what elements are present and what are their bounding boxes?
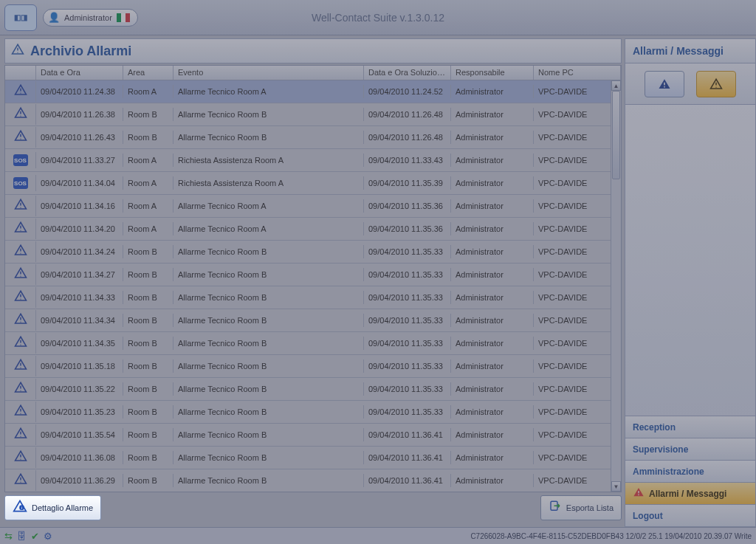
cell-pc: VPC-DAVIDE [534,222,621,235]
cell-solution: 09/04/2010 11.35.39 [364,176,451,190]
table-row[interactable]: SOS09/04/2010 11.33.27Room ARichiesta As… [5,149,621,172]
cell-solution: 09/04/2010 11.35.36 [364,222,451,235]
table-row[interactable]: 09/04/2010 11.35.23Room BAllarme Tecnico… [5,401,621,424]
row-icon [5,310,36,331]
cell-responsible: Administrator [451,474,534,487]
row-icon [5,424,36,445]
nav-reception[interactable]: Reception [625,416,756,438]
cell-event: Allarme Tecnico Room B [173,314,364,327]
cell-pc: VPC-DAVIDE [534,474,621,487]
row-icon [5,218,36,239]
table-row[interactable]: 09/04/2010 11.34.27Room BAllarme Tecnico… [5,264,621,286]
warning-icon [14,472,27,489]
alarm-detail-button[interactable]: i Dettaglio Allarme [4,495,101,520]
col-icon[interactable] [5,66,36,80]
table-row[interactable]: 09/04/2010 11.24.38Room AAllarme Tecnico… [5,80,621,103]
filter-alarms-blue-button[interactable] [645,71,684,97]
warning-icon [14,404,27,420]
warning-icon [14,358,27,374]
cell-responsible: Administrator [451,154,534,167]
table-header: Data e Ora Area Evento Data e Ora Soluzi… [5,66,621,80]
col-responsible[interactable]: Responsabile [451,66,534,80]
col-event[interactable]: Evento [173,66,364,80]
col-pcname[interactable]: Nome PC [534,66,621,80]
cell-area: Room B [123,131,173,144]
col-date[interactable]: Data e Ora [36,66,123,80]
cell-area: Room B [123,337,173,350]
table-row[interactable]: 09/04/2010 11.26.38Room BAllarme Tecnico… [5,103,621,126]
user-pill[interactable]: 👤 Administrator [43,9,138,27]
flag-italy-icon [117,13,130,22]
table-row[interactable]: SOS09/04/2010 11.34.04Room ARichiesta As… [5,172,621,195]
row-icon [5,447,36,468]
nav-amministrazione[interactable]: Amministrazione [625,461,756,483]
table-row[interactable]: 09/04/2010 11.34.20Room AAllarme Tecnico… [5,218,621,241]
table-row[interactable]: 09/04/2010 11.35.54Room BAllarme Tecnico… [5,424,621,447]
scroll-track[interactable] [611,91,621,481]
cell-pc: VPC-DAVIDE [534,428,621,441]
filter-alarms-amber-button[interactable] [696,71,736,97]
cell-event: Allarme Tecnico Room B [173,451,364,464]
status-bar: ⇆ 🗄 ✔ ⚙ C7266028-A9BC-4F4E-8115-C52DEBD0… [0,527,756,544]
table-row[interactable]: 09/04/2010 11.34.24Room BAllarme Tecnico… [5,241,621,264]
cell-pc: VPC-DAVIDE [534,108,621,121]
sidebar-alarm-filter [625,63,756,105]
cell-solution: 09/04/2010 11.35.33 [364,314,451,327]
table-body: 09/04/2010 11.24.38Room AAllarme Tecnico… [5,80,621,492]
warning-icon [14,221,27,237]
cell-area: Room B [123,428,173,441]
cell-date: 09/04/2010 11.33.27 [36,154,123,167]
cell-responsible: Administrator [451,222,534,235]
cell-pc: VPC-DAVIDE [534,382,621,396]
table-row[interactable]: 09/04/2010 11.26.43Room BAllarme Tecnico… [5,126,621,149]
cell-solution: 09/04/2010 11.26.48 [364,131,451,144]
table-row[interactable]: 09/04/2010 11.34.16Room AAllarme Tecnico… [5,195,621,218]
cell-date: 09/04/2010 11.34.34 [36,314,123,327]
cell-responsible: Administrator [451,359,534,373]
sidebar: Allarmi / Messaggi Reception Supervision… [625,38,756,527]
cell-area: Room B [123,405,173,419]
table-row[interactable]: 09/04/2010 11.35.18Room BAllarme Tecnico… [5,355,621,378]
status-text: C7266028-A9BC-4F4E-8115-C52DEBD0FB43 12/… [470,532,752,540]
cell-area: Room A [123,199,173,213]
scroll-up-button[interactable]: ▲ [611,80,621,91]
table-row[interactable]: 09/04/2010 11.34.34Room BAllarme Tecnico… [5,309,621,332]
nav-logout[interactable]: Logout [625,505,756,527]
cell-event: Richiesta Assistenza Room A [173,154,364,167]
table-row[interactable]: 09/04/2010 11.35.22Room BAllarme Tecnico… [5,378,621,401]
cell-responsible: Administrator [451,382,534,396]
cell-responsible: Administrator [451,85,534,98]
col-area[interactable]: Area [123,66,173,80]
cell-event: Allarme Tecnico Room B [173,108,364,121]
table-row[interactable]: 09/04/2010 11.34.33Room BAllarme Tecnico… [5,286,621,309]
cell-area: Room B [123,268,173,281]
row-icon: SOS [5,152,36,168]
user-name: Administrator [64,13,112,22]
cell-solution: 09/04/2010 11.33.43 [364,154,451,167]
nav-supervisione[interactable]: Supervisione [625,438,756,461]
nav-allarmi-messaggi[interactable]: Allarmi / Messaggi [625,483,756,505]
status-db-icon: 🗄 [17,531,27,542]
cell-date: 09/04/2010 11.34.04 [36,176,123,190]
export-list-button[interactable]: Esporta Lista [540,495,622,520]
cell-date: 09/04/2010 11.34.33 [36,291,123,304]
vertical-scrollbar[interactable]: ▲ ▼ [611,80,621,492]
cell-responsible: Administrator [451,199,534,213]
scroll-down-button[interactable]: ▼ [611,481,621,492]
col-solution[interactable]: Data e Ora Soluzione [364,66,451,80]
row-icon [5,287,36,308]
row-icon: SOS [5,175,36,191]
cell-date: 09/04/2010 11.35.23 [36,405,123,419]
row-icon [5,379,36,399]
cell-responsible: Administrator [451,337,534,350]
table-row[interactable]: 09/04/2010 11.36.08Room BAllarme Tecnico… [5,447,621,469]
cell-event: Allarme Tecnico Room B [173,359,364,373]
section-header: Archivio Allarmi [4,38,622,63]
scroll-thumb[interactable] [612,91,620,179]
table-row[interactable]: 09/04/2010 11.34.35Room BAllarme Tecnico… [5,332,621,355]
cell-pc: VPC-DAVIDE [534,85,621,98]
table-row[interactable]: 09/04/2010 11.36.29Room BAllarme Tecnico… [5,469,621,492]
cell-pc: VPC-DAVIDE [534,405,621,419]
cell-solution: 09/04/2010 11.36.41 [364,451,451,464]
cell-pc: VPC-DAVIDE [534,337,621,350]
